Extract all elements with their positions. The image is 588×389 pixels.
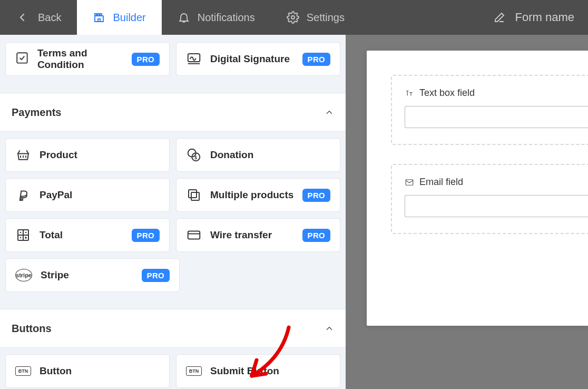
field-label: Multiple products (210, 189, 293, 201)
signature-icon (186, 51, 202, 67)
empty-slot (186, 258, 340, 292)
canvas-field-email[interactable]: Email field (391, 164, 588, 234)
field-label: Product (40, 149, 77, 161)
canvas-field-text[interactable]: Text box field (391, 75, 588, 145)
gear-icon (287, 11, 299, 24)
svg-point-0 (291, 16, 295, 19)
back-button[interactable]: Back (0, 0, 77, 35)
tab-builder[interactable]: Builder (77, 0, 161, 35)
email-input[interactable] (405, 195, 588, 217)
field-label: Donation (210, 149, 253, 161)
canvas-area: Text box field Email field (346, 35, 588, 389)
tab-notifications-label: Notifications (198, 12, 255, 24)
field-label: Wire transfer (210, 229, 272, 241)
app-header: Back Builder Notifications Settings Form… (0, 0, 588, 35)
text-box-input[interactable] (405, 106, 588, 128)
tab-notifications[interactable]: Notifications (162, 0, 271, 35)
checkbox-icon (15, 51, 29, 67)
canvas-field-label: Text box field (419, 87, 475, 99)
field-label: PayPal (40, 189, 72, 201)
field-label: Total (40, 229, 63, 241)
field-label: Digital Signature (210, 53, 290, 65)
form-name-placeholder: Form name (515, 11, 574, 24)
field-label: Stripe (41, 269, 69, 281)
svg-text:$: $ (194, 155, 197, 160)
text-type-icon (405, 89, 414, 98)
pro-badge: PRO (302, 53, 330, 66)
header-spacer (360, 0, 479, 35)
field-digital-signature[interactable]: Digital Signature PRO (176, 42, 340, 76)
tab-settings-label: Settings (307, 12, 345, 24)
button-icon: BTN (15, 366, 31, 376)
bell-icon (178, 11, 190, 24)
field-terms-and-condition[interactable]: Terms and Condition PRO (5, 42, 170, 76)
pro-badge: PRO (302, 189, 330, 202)
svg-rect-7 (189, 190, 197, 198)
svg-rect-10 (406, 179, 413, 185)
field-label: Terms and Condition (37, 47, 123, 71)
chevron-up-icon (325, 108, 334, 117)
pro-badge: PRO (132, 229, 160, 242)
svg-rect-9 (188, 231, 200, 239)
field-paypal[interactable]: PayPal (5, 178, 170, 212)
form-canvas[interactable]: Text box field Email field (367, 51, 588, 326)
tab-settings[interactable]: Settings (271, 0, 360, 35)
section-payments-header[interactable]: Payments (0, 93, 346, 132)
field-donation[interactable]: $ Donation (176, 138, 340, 172)
basket-icon (15, 147, 31, 163)
pro-badge: PRO (132, 53, 160, 66)
credit-card-icon (186, 227, 202, 243)
form-name-edit[interactable]: Form name (479, 0, 588, 35)
field-button[interactable]: BTN Button (5, 354, 170, 388)
castle-icon (93, 11, 105, 24)
calculator-icon (15, 227, 31, 243)
field-multiple-products[interactable]: Multiple products PRO (176, 178, 340, 212)
stripe-icon: stripe (15, 269, 32, 281)
envelope-icon (405, 178, 414, 187)
svg-rect-1 (17, 53, 27, 63)
field-stripe[interactable]: stripe Stripe PRO (5, 258, 180, 292)
chevron-up-icon (325, 324, 334, 333)
svg-rect-6 (191, 192, 199, 200)
fields-panel: Terms and Condition PRO Digital Signatur… (0, 35, 346, 389)
pro-badge: PRO (302, 229, 330, 242)
back-label: Back (38, 12, 61, 24)
button-icon: BTN (186, 366, 202, 376)
field-product[interactable]: Product (5, 138, 170, 172)
section-title: Payments (12, 106, 62, 119)
paypal-icon (15, 187, 31, 203)
field-submit-button[interactable]: BTN Submit Button (176, 354, 340, 388)
coins-icon: $ (186, 147, 202, 163)
field-wire-transfer[interactable]: Wire transfer PRO (176, 218, 340, 252)
section-buttons-header[interactable]: Buttons (0, 309, 346, 348)
chevron-left-icon (16, 11, 28, 24)
section-title: Buttons (12, 323, 52, 335)
copy-icon (186, 187, 202, 203)
pro-badge: PRO (142, 269, 170, 282)
field-label: Submit Button (210, 365, 279, 377)
tab-builder-label: Builder (113, 12, 145, 24)
field-total[interactable]: Total PRO (5, 218, 170, 252)
canvas-field-label: Email field (419, 177, 463, 188)
pencil-square-icon (493, 11, 506, 24)
main-area: Terms and Condition PRO Digital Signatur… (0, 35, 588, 389)
field-label: Button (40, 365, 72, 377)
